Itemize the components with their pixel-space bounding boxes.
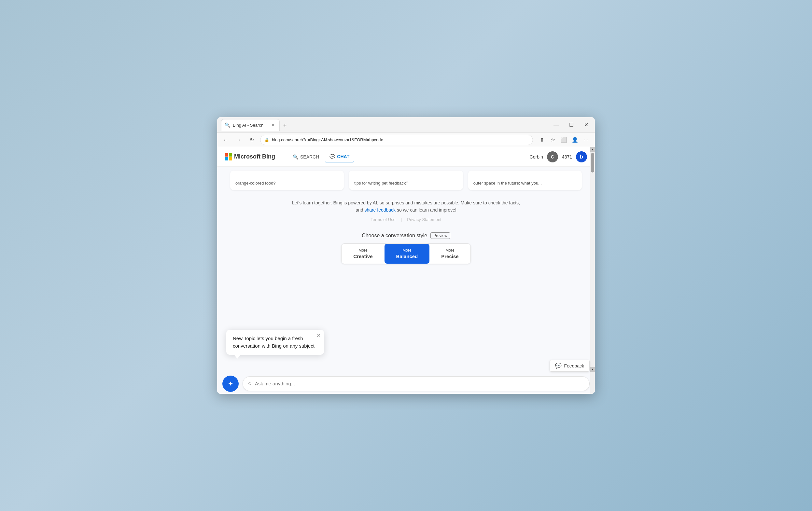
chat-input-icon: ○ xyxy=(248,380,252,387)
disclaimer-links: Terms of Use | Privacy Statement xyxy=(292,216,520,223)
search-nav-icon: 🔍 xyxy=(293,154,298,159)
address-bar: ← → ↻ 🔒 bing.com/search?q=Bing+AI&showco… xyxy=(217,133,595,147)
tooltip-box: ✕ New Topic lets you begin a fresh conve… xyxy=(226,330,324,355)
bing-circle-icon[interactable]: b xyxy=(576,151,587,162)
suggestion-text-1: tips for writing pet feedback? xyxy=(354,181,408,185)
window-controls: — ☐ ✕ xyxy=(551,120,591,129)
chat-nav-label: CHAT xyxy=(337,154,349,159)
disclaimer: Let's learn together. Bing is powered by… xyxy=(292,199,520,223)
suggestion-text-0: orange-colored food? xyxy=(235,181,276,185)
forward-button[interactable]: → xyxy=(234,136,243,145)
window-restore-button[interactable]: ☐ xyxy=(567,120,576,129)
privacy-statement-link[interactable]: Privacy Statement xyxy=(407,216,441,223)
style-more-creative: More xyxy=(353,248,373,253)
share-feedback-link[interactable]: share feedback xyxy=(364,207,396,213)
style-btn-creative[interactable]: More Creative xyxy=(342,244,384,264)
title-bar: 🔍 Bing AI - Search ✕ + — ☐ ✕ xyxy=(217,117,595,133)
toolbar-actions: ⬆ ☆ ⬜ 👤 ⋯ xyxy=(537,135,591,145)
back-button[interactable]: ← xyxy=(221,136,230,145)
preview-badge: Preview xyxy=(430,232,450,239)
new-topic-button[interactable]: ✦ xyxy=(222,375,239,392)
scrollbar-up-arrow[interactable]: ▲ xyxy=(590,147,595,152)
favorites-button[interactable]: ☆ xyxy=(548,135,558,145)
disclaimer-end-text: so we can learn and improve! xyxy=(397,207,457,213)
logo-sq-green xyxy=(229,153,232,156)
conv-style-label-text: Choose a conversation style xyxy=(362,233,427,239)
scrollbar-down-arrow[interactable]: ▼ xyxy=(590,367,595,372)
browser-tab-active[interactable]: 🔍 Bing AI - Search ✕ xyxy=(221,119,280,131)
tabs-area: 🔍 Bing AI - Search ✕ + xyxy=(221,119,548,131)
tooltip-text: New Topic lets you begin a fresh convers… xyxy=(233,336,315,349)
style-more-precise: More xyxy=(441,248,458,253)
input-bar: ✦ ○ xyxy=(217,373,595,394)
bing-logo: Microsoft Bing xyxy=(225,153,275,160)
user-name: Corbin xyxy=(530,154,543,159)
feedback-label: Feedback xyxy=(564,363,584,368)
tab-title: Bing AI - Search xyxy=(233,123,263,128)
style-btn-balanced[interactable]: More Balanced xyxy=(384,244,430,264)
header-nav: 🔍 SEARCH 💬 CHAT xyxy=(288,151,354,162)
suggestion-card-1[interactable]: tips for writing pet feedback? xyxy=(349,171,463,190)
user-avatar[interactable]: C xyxy=(547,151,558,162)
style-name-precise: Precise xyxy=(441,253,458,260)
address-text: bing.com/search?q=Bing+AI&showconv=1&FOR… xyxy=(272,137,529,142)
tooltip-container: ✕ New Topic lets you begin a fresh conve… xyxy=(226,330,324,355)
feedback-button[interactable]: 💬 Feedback xyxy=(550,360,590,372)
conv-style-label: Choose a conversation style Preview xyxy=(362,232,450,239)
style-name-creative: Creative xyxy=(353,253,373,260)
chat-input[interactable] xyxy=(255,381,584,386)
terms-of-use-link[interactable]: Terms of Use xyxy=(371,216,396,223)
new-tab-button[interactable]: + xyxy=(280,120,290,131)
suggestion-card-2[interactable]: outer space in the future: what you... xyxy=(468,171,582,190)
lock-icon: 🔒 xyxy=(264,138,269,142)
refresh-button[interactable]: ↻ xyxy=(247,136,256,145)
style-more-balanced: More xyxy=(396,248,418,253)
conversation-style-section: Choose a conversation style Preview More… xyxy=(341,232,470,264)
browser-window: 🔍 Bing AI - Search ✕ + — ☐ ✕ ← → ↻ 🔒 bin… xyxy=(217,117,595,394)
window-close-button[interactable]: ✕ xyxy=(581,120,591,129)
style-btn-precise[interactable]: More Precise xyxy=(430,244,470,264)
chat-input-wrap: ○ xyxy=(242,376,590,391)
address-input-wrap[interactable]: 🔒 bing.com/search?q=Bing+AI&showconv=1&F… xyxy=(260,135,533,145)
bing-brand-text: Microsoft Bing xyxy=(234,153,275,160)
points-badge: 4371 xyxy=(562,154,572,159)
scrollbar-thumb[interactable] xyxy=(591,153,594,173)
style-buttons: More Creative More Balanced More Precise xyxy=(341,243,470,264)
feedback-icon: 💬 xyxy=(555,363,562,369)
suggestion-text-2: outer space in the future: what you... xyxy=(473,181,542,185)
tooltip-close-button[interactable]: ✕ xyxy=(316,332,321,338)
window-minimize-button[interactable]: — xyxy=(551,121,561,129)
search-nav-label: SEARCH xyxy=(300,154,319,159)
page-content: Microsoft Bing 🔍 SEARCH 💬 CHAT Corbin C … xyxy=(217,147,595,394)
tab-close-button[interactable]: ✕ xyxy=(271,123,275,128)
logo-sq-red xyxy=(225,153,228,156)
split-view-button[interactable]: ⬜ xyxy=(559,135,569,145)
scrollbar-track: ▲ xyxy=(590,147,595,394)
more-button[interactable]: ⋯ xyxy=(581,135,591,145)
link-divider: | xyxy=(401,216,402,223)
new-topic-icon: ✦ xyxy=(228,380,233,388)
suggestion-card-0[interactable]: orange-colored food? xyxy=(230,171,344,190)
scrollbar-bottom: ▼ xyxy=(590,367,595,372)
microsoft-logo xyxy=(225,153,232,160)
style-name-balanced: Balanced xyxy=(396,253,418,260)
chat-nav-icon: 💬 xyxy=(329,154,335,159)
logo-sq-blue xyxy=(225,157,228,160)
search-nav-item[interactable]: 🔍 SEARCH xyxy=(288,152,324,162)
bing-header: Microsoft Bing 🔍 SEARCH 💬 CHAT Corbin C … xyxy=(217,147,595,167)
chat-nav-item[interactable]: 💬 CHAT xyxy=(325,151,354,162)
logo-sq-yellow xyxy=(229,157,232,160)
profile-button[interactable]: 👤 xyxy=(570,135,580,145)
tab-favicon: 🔍 xyxy=(225,122,230,128)
suggestion-cards: orange-colored food? tips for writing pe… xyxy=(230,171,582,190)
header-right: Corbin C 4371 b xyxy=(530,151,587,162)
share-button[interactable]: ⬆ xyxy=(537,135,547,145)
